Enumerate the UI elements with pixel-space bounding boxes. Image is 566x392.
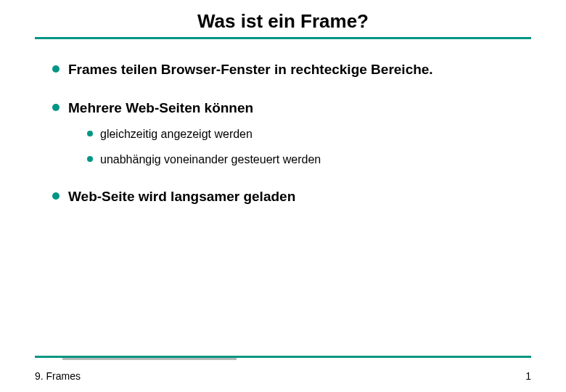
slide-content: Frames teilen Browser-Fenster in rechtec… [0, 39, 566, 206]
sub-bullet-text: gleichzeitig angezeigt werden [100, 128, 253, 140]
bullet-list: Frames teilen Browser-Fenster in rechtec… [52, 61, 531, 206]
page-number: 1 [525, 370, 531, 382]
sub-bullet-item: gleichzeitig angezeigt werden [87, 127, 531, 142]
sub-bullet-list: gleichzeitig angezeigt werden unabhängig… [68, 127, 531, 168]
bullet-text: Web-Seite wird langsamer geladen [68, 189, 295, 204]
bullet-item: Mehrere Web-Seiten können gleichzeitig a… [52, 99, 531, 168]
slide-footer: 9. Frames 1 [0, 356, 566, 382]
bullet-text: Frames teilen Browser-Fenster in rechtec… [68, 62, 433, 77]
bullet-item: Web-Seite wird langsamer geladen [52, 188, 531, 206]
sub-bullet-text: unabhängig voneinander gesteuert werden [100, 153, 321, 166]
footer-rule-gray [62, 358, 237, 360]
footer-rule [35, 356, 531, 360]
bullet-text: Mehrere Web-Seiten können [68, 100, 253, 115]
sub-bullet-item: unabhängig voneinander gesteuert werden [87, 152, 531, 168]
slide-title: Was ist ein Frame? [0, 0, 566, 37]
slide: Was ist ein Frame? Frames teilen Browser… [0, 0, 566, 392]
footer-row: 9. Frames 1 [0, 360, 566, 382]
bullet-item: Frames teilen Browser-Fenster in rechtec… [52, 61, 531, 79]
footer-left: 9. Frames [35, 370, 81, 382]
